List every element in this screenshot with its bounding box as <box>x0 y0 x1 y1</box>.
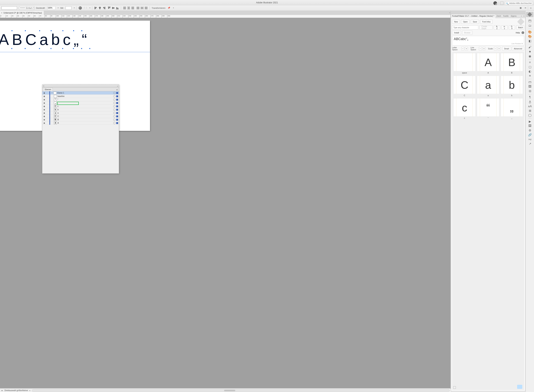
visibility-icon[interactable]: ◉ <box>42 109 46 111</box>
canvas-text[interactable]: ABCabc„“ <box>0 31 90 49</box>
layer-thumb: C <box>54 105 57 108</box>
chevron-down-icon[interactable]: ▾ <box>51 92 53 94</box>
ruler[interactable]: 0102030405060708090100110120130140150160… <box>0 15 239 18</box>
globe-icon[interactable] <box>79 6 82 10</box>
svg-rect-30 <box>141 7 141 9</box>
visibility-icon[interactable]: ◉ <box>42 92 46 94</box>
close-icon[interactable]: × <box>43 85 44 87</box>
dist-right-icon[interactable] <box>145 6 148 10</box>
target-icon[interactable] <box>113 109 116 111</box>
dist-vcenter-icon[interactable] <box>127 6 130 10</box>
target-icon[interactable] <box>113 112 116 114</box>
layer-row[interactable]: ◉““ <box>42 98 119 101</box>
panel-menu-icon[interactable]: ≡ <box>116 88 118 91</box>
canvas-stage[interactable]: ABCabc„“ <box>0 18 239 176</box>
select-box[interactable] <box>116 95 118 97</box>
layer-name[interactable]: b <box>58 109 113 111</box>
layer-row[interactable]: ◉CC <box>42 115 119 118</box>
align-points-icon[interactable]: ⋮⋮ <box>84 6 87 10</box>
target-icon[interactable] <box>113 95 116 98</box>
layer-row[interactable]: ◉baseline <box>42 95 119 98</box>
glyph-char[interactable]: B <box>12 31 25 49</box>
visibility-icon[interactable]: ◉ <box>42 98 46 101</box>
layer-name[interactable]: C <box>58 115 113 117</box>
layer-row[interactable]: ◉AA <box>42 121 119 125</box>
visibility-icon[interactable]: ◉ <box>42 112 46 114</box>
layer-row[interactable]: ◉ ▾ Ebene 1 <box>42 91 119 95</box>
select-box[interactable] <box>116 116 118 117</box>
glyph-char[interactable]: a <box>40 31 51 49</box>
visibility-icon[interactable]: ◉ <box>42 102 46 104</box>
glyph-char[interactable]: C <box>25 31 40 49</box>
layer-row[interactable]: ◉BB <box>42 118 119 121</box>
glyph-char[interactable]: „ <box>74 31 82 49</box>
dist-hcenter-icon[interactable] <box>140 6 144 10</box>
layer-thumb <box>54 95 57 98</box>
app-title: Adobe Illustrator 2021 <box>0 0 239 5</box>
glyph-char[interactable]: “ <box>82 31 90 49</box>
layer-row[interactable]: ◉„„ <box>42 101 119 105</box>
align-bottom-icon[interactable] <box>116 6 119 10</box>
target-icon[interactable] <box>113 105 116 107</box>
layer-row[interactable]: ◉aa <box>42 111 119 115</box>
target-icon[interactable] <box>113 98 116 101</box>
select-box[interactable] <box>116 105 118 107</box>
opacity-input[interactable] <box>47 6 55 10</box>
target-icon[interactable] <box>113 102 116 104</box>
close-icon[interactable]: × <box>1 12 2 14</box>
target-icon[interactable] <box>113 119 116 121</box>
select-box[interactable] <box>116 112 118 114</box>
chevron-down-icon[interactable]: ▾ <box>58 7 58 9</box>
visibility-icon[interactable]: ◉ <box>42 122 46 124</box>
layer-thumb <box>53 92 56 94</box>
dist-bottom-icon[interactable] <box>131 6 134 10</box>
visibility-icon[interactable]: ◉ <box>42 119 46 121</box>
svg-rect-19 <box>123 8 126 8</box>
target-icon[interactable] <box>113 122 116 124</box>
align-vcenter-icon[interactable] <box>112 6 115 10</box>
select-box[interactable] <box>116 99 118 101</box>
layer-row[interactable]: ◉bb <box>42 108 119 111</box>
svg-rect-15 <box>116 9 119 9</box>
dist-left-icon[interactable] <box>136 6 140 10</box>
align-left-icon[interactable] <box>94 6 98 10</box>
layers-panel[interactable]: × « Ebenen ≡ ◉ ▾ Ebene 1 ◉baseline◉““◉„„… <box>42 84 119 173</box>
layer-name[interactable]: c <box>58 105 113 107</box>
layer-name[interactable]: a <box>58 112 113 114</box>
transform-button[interactable]: Transformieren <box>152 7 165 9</box>
target-icon[interactable] <box>113 92 116 94</box>
glyph-char[interactable]: b <box>51 31 63 49</box>
layer-name[interactable]: “ <box>58 98 113 101</box>
pin-icon[interactable]: 📌 <box>167 6 171 10</box>
select-box[interactable] <box>116 119 118 121</box>
chevron-down-icon[interactable]: ▾ <box>74 7 75 9</box>
dist-top-icon[interactable] <box>123 6 126 10</box>
layer-name[interactable]: A <box>58 122 113 124</box>
visibility-icon[interactable]: ◉ <box>42 105 46 107</box>
style-select[interactable] <box>66 6 71 10</box>
visibility-icon[interactable]: ◉ <box>42 115 46 117</box>
select-box[interactable] <box>116 122 118 124</box>
align-right-icon[interactable] <box>102 6 106 10</box>
target-icon[interactable] <box>113 115 116 117</box>
layer-name[interactable]: Ebene 1 <box>57 92 113 94</box>
select-box[interactable] <box>116 92 118 94</box>
select-box[interactable] <box>116 109 118 111</box>
select-box[interactable] <box>116 102 118 104</box>
stroke-style-select[interactable]: Einfach▾ <box>19 6 34 10</box>
fill-stroke-swatch[interactable] <box>1 6 17 10</box>
baseline-guide[interactable] <box>0 52 150 52</box>
glyph-char[interactable]: A <box>0 31 12 49</box>
align-hcenter-icon[interactable] <box>98 6 102 10</box>
visibility-icon[interactable]: ◉ <box>42 95 46 97</box>
align-top-icon[interactable] <box>108 6 111 10</box>
collapse-icon[interactable]: « <box>117 85 118 87</box>
glyph-char[interactable]: c <box>63 31 74 49</box>
layer-row[interactable]: ◉Cc <box>42 105 119 108</box>
layer-name[interactable]: baseline <box>58 95 113 97</box>
color-bar <box>49 115 50 118</box>
svg-rect-16 <box>117 7 117 9</box>
tab-layers[interactable]: Ebenen <box>43 88 53 91</box>
layer-name[interactable]: B <box>58 119 113 121</box>
document-tab[interactable]: × Unbenannt-3* @ 100 % (CMYK/Vorschau) <box>0 11 44 15</box>
